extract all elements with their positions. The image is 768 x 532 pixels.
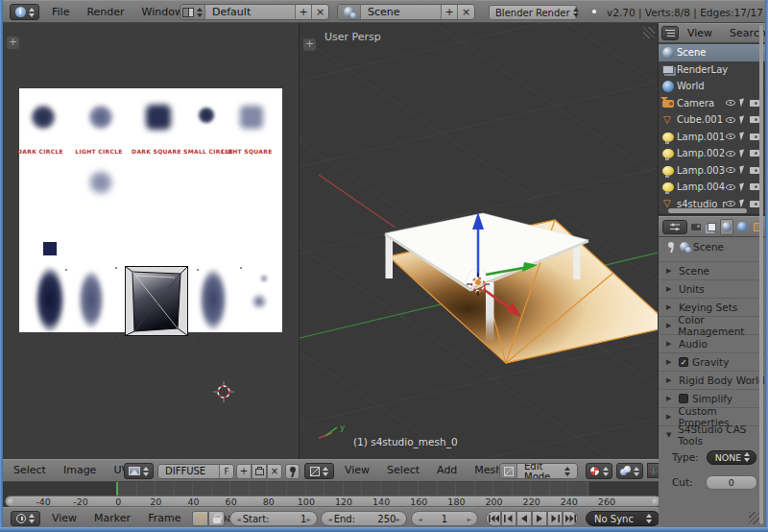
menu-file[interactable]: File <box>43 2 78 23</box>
pin-button[interactable] <box>285 464 300 479</box>
add-scene-button[interactable]: + <box>442 5 458 19</box>
visibility-eye-toggle[interactable] <box>726 133 735 139</box>
manipulator-axis-toggle[interactable] <box>647 463 659 478</box>
render-toggle[interactable] <box>750 183 759 190</box>
panel-rigid-body-world[interactable]: ▶Rigid Body World <box>659 371 765 389</box>
tab-world[interactable] <box>735 219 749 235</box>
visibility-eye-toggle[interactable] <box>726 151 735 157</box>
play-button[interactable] <box>532 511 547 526</box>
start-frame-field[interactable]: ◄ Start: 1 ► <box>229 511 318 526</box>
layout-name-field[interactable]: Default <box>205 5 296 19</box>
editor-type-button-3dview[interactable] <box>304 463 334 479</box>
right-scrollbar[interactable] <box>759 25 763 524</box>
next-keyframe-button[interactable] <box>547 511 563 526</box>
jump-to-start-button[interactable] <box>486 511 501 526</box>
image-name-field[interactable]: DIFFUSE <box>158 465 220 478</box>
simplify-checkbox[interactable] <box>679 394 688 403</box>
timeline-scrollbar[interactable]: -40-200204060801001201401601802002202402… <box>5 496 659 507</box>
timeline[interactable]: -40-200204060801001201401601802002202402… <box>3 482 659 507</box>
jump-to-end-button[interactable] <box>563 511 578 526</box>
editor-type-button-outliner[interactable] <box>661 26 679 40</box>
menu-select[interactable]: Select <box>5 460 55 481</box>
render-toggle[interactable] <box>750 133 759 140</box>
delete-layout-button[interactable]: × <box>312 5 328 19</box>
tab-scene[interactable] <box>720 219 733 235</box>
menu-add[interactable]: Add <box>428 460 466 481</box>
expand-panel-icon[interactable]: + <box>7 36 19 49</box>
selectability-toggle[interactable] <box>739 133 746 141</box>
expand-panel-icon[interactable]: + <box>303 38 316 51</box>
increment-arrow-icon[interactable]: ► <box>396 516 400 522</box>
panel-units[interactable]: ▶Units <box>659 279 765 298</box>
menu-marker[interactable]: Marker <box>85 508 139 529</box>
new-image-button[interactable]: + <box>236 464 252 479</box>
selectability-toggle[interactable] <box>739 200 746 208</box>
outliner-item-world[interactable]: World <box>659 78 765 95</box>
increment-arrow-icon[interactable]: ► <box>467 516 471 522</box>
editor-type-button-info[interactable]: i <box>10 4 39 20</box>
type-dropdown[interactable]: NONE <box>707 450 756 465</box>
prev-keyframe-button[interactable] <box>501 511 516 526</box>
menu-image[interactable]: Image <box>55 460 105 481</box>
selectability-toggle[interactable] <box>739 182 746 191</box>
visibility-eye-toggle[interactable] <box>726 184 735 190</box>
uv-2d-cursor[interactable] <box>213 381 234 402</box>
mode-dropdown[interactable]: Edit Mode <box>499 463 578 479</box>
menu-frame[interactable]: Frame <box>139 508 189 529</box>
layout-dropdown-button[interactable] <box>180 5 205 19</box>
add-layout-button[interactable]: + <box>296 5 312 19</box>
increment-arrow-icon[interactable]: ► <box>306 516 311 522</box>
outliner-item-lamp-002[interactable]: Lamp.002 <box>659 145 765 162</box>
render-engine-dropdown[interactable]: Blender Render <box>489 5 577 20</box>
visibility-eye-toggle[interactable] <box>726 201 735 206</box>
menu-view[interactable]: View <box>679 23 721 44</box>
render-toggle[interactable] <box>750 116 759 123</box>
decrement-arrow-icon[interactable]: ◄ <box>236 516 241 522</box>
visibility-eye-toggle[interactable] <box>726 167 735 173</box>
cut-field[interactable]: 0 <box>706 475 757 490</box>
outliner-item-scene[interactable]: Scene <box>659 44 765 61</box>
selectability-toggle[interactable] <box>739 99 746 108</box>
area-resize-corner[interactable] <box>643 27 655 38</box>
pivot-point-dropdown[interactable] <box>616 463 643 479</box>
render-toggle[interactable] <box>750 100 759 107</box>
pack-image-button[interactable] <box>252 464 267 479</box>
visibility-eye-toggle[interactable] <box>726 100 735 106</box>
panel-gravity[interactable]: ▶✓Gravity <box>659 352 765 371</box>
outliner-item-cube-001[interactable]: Cube.001 <box>659 111 765 129</box>
outliner-horizontal-scrollbar[interactable] <box>668 208 747 213</box>
sync-mode-dropdown[interactable]: No Sync <box>586 511 659 526</box>
editor-type-button-image[interactable] <box>124 463 154 479</box>
menu-render[interactable]: Render <box>78 2 132 23</box>
visibility-eye-toggle[interactable] <box>726 117 735 123</box>
uv-image-editor[interactable]: + DARK CIRCLELIGHT CIRCLEDARK SQUARESMAL… <box>3 23 300 459</box>
lock-toggle[interactable] <box>208 511 225 526</box>
selectability-toggle[interactable] <box>739 166 746 175</box>
unlink-image-button[interactable]: × <box>267 464 282 479</box>
preview-range-toggle[interactable] <box>192 511 208 526</box>
editor-type-button-timeline[interactable] <box>11 511 40 526</box>
fake-user-button[interactable]: F <box>220 465 233 478</box>
tab-render[interactable] <box>689 219 703 235</box>
editor-type-button-properties[interactable] <box>662 220 687 234</box>
menu-view[interactable]: View <box>43 508 85 529</box>
outliner-item-lamp-004[interactable]: Lamp.004 <box>659 179 765 196</box>
panel-scene[interactable]: ▶Scene <box>659 261 765 279</box>
decrement-arrow-icon[interactable]: ◄ <box>327 516 332 522</box>
render-toggle[interactable] <box>750 150 759 157</box>
menu-view[interactable]: View <box>336 460 378 481</box>
menu-select[interactable]: Select <box>378 460 428 481</box>
selectability-toggle[interactable] <box>739 149 746 157</box>
render-toggle[interactable] <box>750 201 759 207</box>
selectability-toggle[interactable] <box>739 115 746 124</box>
current-frame-marker[interactable] <box>116 482 118 496</box>
outliner-item-renderlay[interactable]: RenderLay <box>659 61 765 79</box>
end-frame-field[interactable]: ◄ End: 250 ► <box>321 511 407 526</box>
panel-s4studio-cas-tools[interactable]: ▼S4Studio CAS Tools <box>659 425 765 444</box>
scene-name-field[interactable]: Scene <box>361 5 442 19</box>
play-reverse-button[interactable] <box>516 511 532 526</box>
panel-color-management[interactable]: ▶Color Management <box>659 316 765 334</box>
pin-icon[interactable] <box>666 241 676 253</box>
delete-scene-button[interactable]: × <box>458 5 474 19</box>
outliner-item-camera[interactable]: Camera <box>659 95 765 112</box>
